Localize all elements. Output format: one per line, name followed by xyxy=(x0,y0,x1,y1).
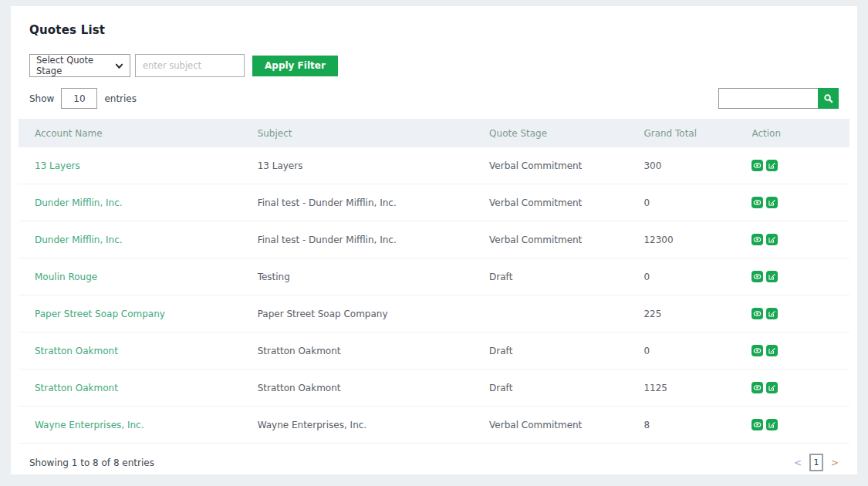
account-name-link[interactable]: Stratton Oakmont xyxy=(35,346,118,356)
action-cell xyxy=(751,258,849,295)
view-button[interactable] xyxy=(751,234,763,245)
pagination-page-1[interactable]: 1 xyxy=(809,454,823,471)
table-header: Account Name Subject Quote Stage Grand T… xyxy=(19,119,849,147)
quote-stage-cell: Draft xyxy=(473,332,627,370)
view-eye-icon xyxy=(753,420,762,429)
quote-stage-cell: Verbal Commitment xyxy=(473,407,627,444)
view-eye-icon xyxy=(753,346,762,355)
edit-button[interactable] xyxy=(766,308,778,319)
grand-total-cell: 1125 xyxy=(627,370,735,407)
view-button[interactable] xyxy=(751,197,763,208)
view-eye-icon xyxy=(753,309,762,318)
action-cell xyxy=(751,370,849,406)
table-row: Stratton Oakmont Stratton Oakmont Draft … xyxy=(19,332,849,370)
show-label: Show xyxy=(29,93,54,104)
edit-button[interactable] xyxy=(766,345,778,356)
quotes-list-card: Quotes List Select Quote Stage Apply Fil… xyxy=(11,6,857,474)
view-button[interactable] xyxy=(751,382,763,393)
subject-cell: 13 Layers xyxy=(241,147,473,184)
grand-total-cell: 12300 xyxy=(627,221,735,258)
view-eye-icon xyxy=(753,198,762,207)
table-row: 13 Layers 13 Layers Verbal Commitment 30… xyxy=(19,147,849,184)
account-name-link[interactable]: 13 Layers xyxy=(35,160,80,171)
filter-row: Select Quote Stage Apply Filter xyxy=(29,54,849,77)
column-header-grand-total: Grand Total xyxy=(627,119,735,147)
column-header-action: Action xyxy=(735,119,849,147)
view-button[interactable] xyxy=(751,345,763,356)
edit-button[interactable] xyxy=(766,197,778,208)
quote-stage-cell xyxy=(473,295,627,332)
view-button[interactable] xyxy=(751,160,763,171)
column-header-account-name: Account Name xyxy=(19,119,241,147)
search-wrap xyxy=(718,88,839,109)
quote-stage-cell: Verbal Commitment xyxy=(473,184,627,221)
action-cell xyxy=(751,147,849,184)
action-cell xyxy=(751,184,849,221)
edit-button[interactable] xyxy=(766,382,778,393)
apply-filter-button[interactable]: Apply Filter xyxy=(252,56,338,76)
edit-button[interactable] xyxy=(766,419,778,430)
account-name-link[interactable]: Wayne Enterprises, Inc. xyxy=(35,420,144,430)
quote-stage-cell: Draft xyxy=(473,258,627,295)
subject-filter-input[interactable] xyxy=(135,54,245,77)
table-row: Moulin Rouge Testing Draft 0 xyxy=(19,258,849,295)
action-cell xyxy=(751,295,849,332)
view-eye-icon xyxy=(753,161,762,170)
pagination: < 1 > xyxy=(794,454,839,471)
search-button[interactable] xyxy=(818,88,839,109)
account-name-link[interactable]: Stratton Oakmont xyxy=(35,383,118,393)
account-name-link[interactable]: Dunder Mifflin, Inc. xyxy=(35,235,123,245)
grand-total-cell: 0 xyxy=(627,332,735,370)
view-eye-icon xyxy=(753,383,762,392)
edit-pencil-icon xyxy=(768,346,776,355)
column-header-quote-stage: Quote Stage xyxy=(473,119,627,147)
grand-total-cell: 225 xyxy=(627,295,735,332)
list-controls: Show entries xyxy=(29,88,839,109)
table-row: Paper Street Soap Company Paper Street S… xyxy=(19,295,849,332)
subject-cell: Testing xyxy=(241,258,473,295)
account-name-link[interactable]: Paper Street Soap Company xyxy=(35,309,165,319)
quote-stage-cell: Verbal Commitment xyxy=(473,147,627,184)
quote-stage-select[interactable]: Select Quote Stage xyxy=(29,54,130,77)
edit-button[interactable] xyxy=(766,234,778,245)
page-title: Quotes List xyxy=(29,23,849,37)
edit-pencil-icon xyxy=(768,198,776,207)
column-header-subject: Subject xyxy=(241,119,473,147)
action-cell xyxy=(751,332,849,369)
subject-cell: Stratton Oakmont xyxy=(241,370,473,407)
subject-cell: Stratton Oakmont xyxy=(241,332,473,370)
pagination-prev-arrow[interactable]: < xyxy=(794,457,802,468)
account-name-link[interactable]: Moulin Rouge xyxy=(35,272,97,282)
edit-button[interactable] xyxy=(766,271,778,282)
page-size-input[interactable] xyxy=(61,88,97,109)
view-eye-icon xyxy=(753,272,762,281)
pagination-next-arrow[interactable]: > xyxy=(831,457,839,468)
edit-pencil-icon xyxy=(768,420,776,429)
grand-total-cell: 8 xyxy=(627,407,735,444)
chevron-down-icon xyxy=(115,62,123,70)
subject-cell: Final test - Dunder Mifflin, Inc. xyxy=(241,221,473,258)
subject-cell: Final test - Dunder Mifflin, Inc. xyxy=(241,184,473,221)
subject-cell: Paper Street Soap Company xyxy=(241,295,473,332)
grand-total-cell: 0 xyxy=(627,184,735,221)
table-row: Wayne Enterprises, Inc. Wayne Enterprise… xyxy=(19,407,849,444)
search-icon xyxy=(823,93,833,103)
account-name-link[interactable]: Dunder Mifflin, Inc. xyxy=(35,197,123,208)
edit-button[interactable] xyxy=(766,160,778,171)
quote-stage-cell: Draft xyxy=(473,370,627,407)
table-body: 13 Layers 13 Layers Verbal Commitment 30… xyxy=(19,147,849,444)
table-row: Dunder Mifflin, Inc. Final test - Dunder… xyxy=(19,221,849,258)
view-button[interactable] xyxy=(751,419,763,430)
grand-total-cell: 300 xyxy=(627,147,735,184)
table-row: Dunder Mifflin, Inc. Final test - Dunder… xyxy=(19,184,849,221)
action-cell xyxy=(751,221,849,258)
table-row: Stratton Oakmont Stratton Oakmont Draft … xyxy=(19,370,849,407)
entries-label: entries xyxy=(104,93,137,104)
quote-stage-cell: Verbal Commitment xyxy=(473,221,627,258)
grand-total-cell: 0 xyxy=(627,258,735,295)
view-button[interactable] xyxy=(751,271,763,282)
edit-pencil-icon xyxy=(768,161,776,170)
view-button[interactable] xyxy=(751,308,763,319)
edit-pencil-icon xyxy=(768,272,776,281)
search-input[interactable] xyxy=(718,88,818,109)
